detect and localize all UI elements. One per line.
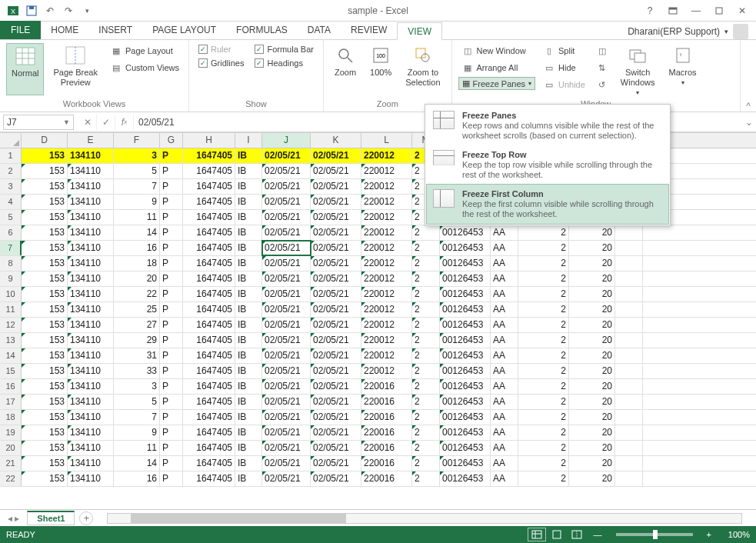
- cell[interactable]: AA: [491, 272, 518, 286]
- zoom-in-button[interactable]: +: [707, 530, 711, 539]
- cell[interactable]: [615, 441, 643, 455]
- cell[interactable]: 2: [518, 348, 569, 363]
- cell[interactable]: 153: [22, 179, 68, 194]
- cell[interactable]: 20: [569, 318, 615, 332]
- cell[interactable]: 220016: [361, 456, 412, 471]
- cell[interactable]: 16: [114, 241, 160, 255]
- macros-button[interactable]: Macros▾: [664, 43, 701, 95]
- save-icon[interactable]: [23, 2, 40, 19]
- row-header[interactable]: 22: [0, 471, 22, 486]
- cell[interactable]: 2: [518, 395, 569, 409]
- cell[interactable]: 00126453: [440, 395, 491, 409]
- cell[interactable]: 220012: [361, 179, 412, 194]
- hide-button[interactable]: ▭Hide: [540, 60, 588, 75]
- expand-formula-bar-icon[interactable]: ⌄: [742, 117, 756, 128]
- cell[interactable]: 00126453: [440, 471, 491, 486]
- add-sheet-button[interactable]: +: [79, 511, 93, 525]
- row-header[interactable]: 12: [0, 318, 22, 332]
- row-header[interactable]: 11: [0, 302, 22, 317]
- cell[interactable]: IB: [235, 441, 262, 455]
- cell[interactable]: 2: [518, 364, 569, 378]
- cell[interactable]: 134110: [68, 164, 114, 178]
- cell[interactable]: 5: [114, 164, 160, 178]
- cell[interactable]: 134110: [68, 195, 114, 209]
- cell[interactable]: 134110: [68, 225, 114, 240]
- cell[interactable]: 02/05/21: [262, 379, 311, 394]
- cell[interactable]: 5: [114, 395, 160, 409]
- cell[interactable]: 153: [22, 410, 68, 425]
- cell[interactable]: 00126453: [440, 241, 491, 255]
- cell[interactable]: 3: [114, 148, 160, 163]
- row-header[interactable]: 5: [0, 210, 22, 225]
- row-header[interactable]: 9: [0, 272, 22, 286]
- cell[interactable]: 00126453: [440, 364, 491, 378]
- cell[interactable]: 02/05/21: [311, 425, 361, 440]
- cell[interactable]: 7: [114, 179, 160, 194]
- cell[interactable]: 02/05/21: [262, 348, 311, 363]
- cell[interactable]: [615, 410, 643, 425]
- cell[interactable]: 134110: [68, 456, 114, 471]
- cell[interactable]: 134110: [68, 395, 114, 409]
- cell[interactable]: [615, 225, 643, 240]
- cell[interactable]: 14: [114, 225, 160, 240]
- cell[interactable]: 02/05/21: [311, 179, 361, 194]
- cell[interactable]: 02/05/21: [262, 410, 311, 425]
- cell[interactable]: 20: [569, 272, 615, 286]
- cell[interactable]: 02/05/21: [262, 318, 311, 332]
- cell[interactable]: 134110: [68, 425, 114, 440]
- row-header[interactable]: 19: [0, 425, 22, 440]
- cell[interactable]: 134110: [68, 256, 114, 271]
- cell[interactable]: 02/05/21: [262, 210, 311, 225]
- cell[interactable]: 02/05/21: [311, 241, 361, 255]
- cell[interactable]: 02/05/21: [262, 148, 311, 163]
- sync-scroll-button[interactable]: ⇅: [593, 60, 611, 75]
- cell[interactable]: P: [160, 410, 183, 425]
- cell[interactable]: 00126453: [440, 225, 491, 240]
- cell[interactable]: [615, 364, 643, 378]
- cell[interactable]: IB: [235, 195, 262, 209]
- cell[interactable]: P: [160, 164, 183, 178]
- cell[interactable]: 2: [412, 425, 440, 440]
- cell[interactable]: 02/05/21: [311, 379, 361, 394]
- cell[interactable]: 02/05/21: [311, 225, 361, 240]
- col-header[interactable]: J: [262, 133, 311, 148]
- cell[interactable]: [615, 395, 643, 409]
- cell[interactable]: [615, 256, 643, 271]
- cell[interactable]: [615, 241, 643, 255]
- cell[interactable]: IB: [235, 471, 262, 486]
- cell[interactable]: 1647405: [183, 471, 235, 486]
- cell[interactable]: 153: [22, 225, 68, 240]
- arrange-all-button[interactable]: ▦Arrange All: [458, 60, 535, 75]
- col-header[interactable]: I: [235, 133, 262, 148]
- cell[interactable]: P: [160, 364, 183, 378]
- cell[interactable]: [615, 348, 643, 363]
- cell[interactable]: 1647405: [183, 148, 235, 163]
- name-box[interactable]: J7▼: [3, 115, 74, 130]
- cell[interactable]: 2: [412, 302, 440, 317]
- cell[interactable]: 02/05/21: [311, 195, 361, 209]
- cell[interactable]: 1647405: [183, 287, 235, 301]
- qat-customize-icon[interactable]: ▾: [78, 2, 95, 19]
- ruler-checkbox[interactable]: ✓Ruler: [195, 43, 247, 55]
- cell[interactable]: 153: [22, 256, 68, 271]
- cell[interactable]: 02/05/21: [311, 456, 361, 471]
- zoom-percent[interactable]: 100%: [719, 530, 750, 539]
- cell[interactable]: 00126453: [440, 333, 491, 348]
- cell[interactable]: 153: [22, 364, 68, 378]
- cell[interactable]: P: [160, 333, 183, 348]
- cell[interactable]: 134110: [68, 441, 114, 455]
- cell[interactable]: 220012: [361, 225, 412, 240]
- row-header[interactable]: 10: [0, 287, 22, 301]
- cell[interactable]: 220016: [361, 441, 412, 455]
- cell[interactable]: 2: [518, 272, 569, 286]
- cell[interactable]: 134110: [68, 364, 114, 378]
- horizontal-scrollbar[interactable]: [107, 513, 742, 524]
- cell[interactable]: 1647405: [183, 318, 235, 332]
- cell[interactable]: 02/05/21: [311, 441, 361, 455]
- row-header[interactable]: 1: [0, 148, 22, 163]
- cell[interactable]: 2: [412, 318, 440, 332]
- cell[interactable]: IB: [235, 302, 262, 317]
- cell[interactable]: 9: [114, 425, 160, 440]
- cell[interactable]: P: [160, 287, 183, 301]
- sheet-tab[interactable]: Sheet1: [27, 511, 75, 525]
